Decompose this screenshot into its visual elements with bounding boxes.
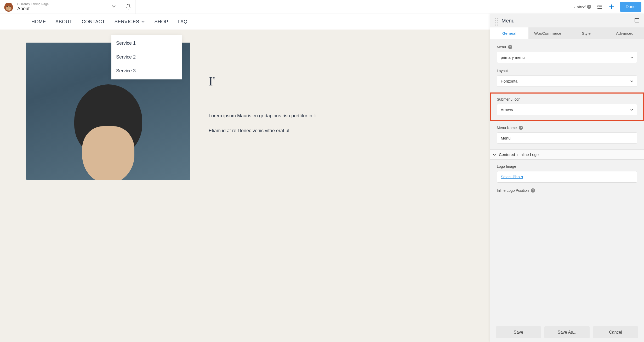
svg-point-1 bbox=[5, 3, 9, 6]
done-button[interactable]: Done bbox=[620, 2, 641, 12]
svg-rect-6 bbox=[8, 9, 8, 10]
chevron-down-icon bbox=[630, 80, 633, 83]
menu-field-label-text: Menu bbox=[497, 45, 506, 49]
top-right-actions: Edited ? Done bbox=[574, 2, 644, 12]
chevron-down-icon bbox=[112, 4, 116, 8]
nav-shop[interactable]: SHOP bbox=[154, 19, 168, 25]
drag-handle-icon[interactable] bbox=[495, 17, 498, 24]
logo-image-label: Logo Image bbox=[497, 164, 637, 169]
list-icon bbox=[596, 3, 603, 10]
page-info: Currently Editing Page About bbox=[17, 2, 110, 11]
svg-point-13 bbox=[497, 22, 498, 23]
submenu-service-3[interactable]: Service 3 bbox=[111, 64, 182, 78]
tab-general[interactable]: General bbox=[490, 27, 528, 39]
nav-contact[interactable]: CONTACT bbox=[82, 19, 105, 25]
add-button[interactable] bbox=[608, 3, 615, 10]
field-submenu-icon-highlighted: Submenu Icon Arrows bbox=[490, 92, 644, 121]
layout-select-value: Horizontal bbox=[501, 79, 518, 83]
help-icon[interactable]: ? bbox=[508, 45, 512, 49]
svg-point-14 bbox=[495, 25, 496, 26]
expand-panel-button[interactable] bbox=[635, 18, 639, 24]
svg-point-5 bbox=[9, 6, 10, 7]
settings-panel: Menu General WooCommerce Style Advanced … bbox=[490, 14, 644, 193]
field-menu-name: Menu Name ? bbox=[497, 126, 637, 144]
section-centered-inline-logo[interactable]: Centered + Inline Logo bbox=[490, 149, 644, 160]
field-layout: Layout Horizontal bbox=[497, 69, 637, 87]
tab-woocommerce[interactable]: WooCommerce bbox=[528, 27, 567, 39]
edited-text: Edited bbox=[574, 5, 585, 9]
page-title: About bbox=[17, 6, 110, 11]
layout-field-label: Layout bbox=[497, 69, 637, 73]
panel-tabs: General WooCommerce Style Advanced bbox=[490, 27, 644, 39]
menu-name-input[interactable] bbox=[497, 132, 637, 144]
help-icon[interactable]: ? bbox=[531, 188, 535, 193]
edited-status: Edited ? bbox=[574, 5, 591, 9]
submenu-service-1[interactable]: Service 1 bbox=[111, 36, 182, 50]
help-icon[interactable]: ? bbox=[519, 126, 523, 130]
nav-about[interactable]: ABOUT bbox=[55, 19, 72, 25]
svg-point-2 bbox=[9, 3, 12, 6]
tab-advanced[interactable]: Advanced bbox=[606, 27, 644, 39]
menu-name-label-text: Menu Name bbox=[497, 126, 517, 130]
menu-name-label: Menu Name ? bbox=[497, 126, 637, 130]
svg-point-10 bbox=[495, 20, 496, 21]
chevron-down-icon bbox=[493, 153, 496, 156]
plus-icon bbox=[608, 3, 615, 10]
svg-point-9 bbox=[497, 18, 498, 19]
nav-faq[interactable]: FAQ bbox=[178, 19, 187, 25]
window-icon bbox=[635, 18, 639, 22]
menu-field-label: Menu ? bbox=[497, 45, 637, 49]
panel-body: Menu ? primary menu Layout Horizontal Su… bbox=[490, 39, 644, 193]
services-submenu: Service 1 Service 2 Service 3 bbox=[111, 35, 182, 79]
layout-select[interactable]: Horizontal bbox=[497, 76, 637, 87]
logo-image-field: Select Photo bbox=[497, 171, 637, 183]
svg-point-8 bbox=[495, 18, 496, 19]
svg-point-15 bbox=[497, 25, 498, 26]
menu-select-value: primary menu bbox=[501, 55, 525, 60]
chevron-down-icon bbox=[630, 108, 633, 111]
panel-header: Menu bbox=[490, 14, 644, 27]
tab-style[interactable]: Style bbox=[567, 27, 606, 39]
nav-services[interactable]: SERVICES bbox=[115, 19, 145, 25]
field-logo-image: Logo Image Select Photo bbox=[497, 164, 637, 183]
svg-point-12 bbox=[495, 22, 496, 23]
notifications-wrapper bbox=[121, 0, 135, 14]
field-inline-logo-position: Inline Logo Position ? bbox=[497, 188, 637, 193]
submenu-icon-select[interactable]: Arrows bbox=[497, 104, 637, 115]
nav-home[interactable]: HOME bbox=[31, 19, 46, 25]
svg-point-4 bbox=[7, 6, 8, 7]
inline-logo-pos-label: Inline Logo Position ? bbox=[497, 188, 637, 193]
submenu-icon-value: Arrows bbox=[501, 107, 513, 112]
svg-point-11 bbox=[497, 20, 498, 21]
top-left-section: Currently Editing Page About bbox=[0, 0, 121, 14]
field-menu: Menu ? primary menu bbox=[497, 45, 637, 63]
svg-rect-7 bbox=[9, 9, 9, 10]
submenu-service-2[interactable]: Service 2 bbox=[111, 50, 182, 64]
svg-point-3 bbox=[6, 6, 12, 11]
svg-rect-17 bbox=[635, 18, 639, 19]
page-editing-label: Currently Editing Page bbox=[17, 2, 110, 6]
app-logo-icon bbox=[3, 1, 14, 12]
outline-button[interactable] bbox=[596, 3, 603, 10]
inline-logo-pos-label-text: Inline Logo Position bbox=[497, 188, 529, 193]
menu-select[interactable]: primary menu bbox=[497, 52, 637, 63]
panel-title: Menu bbox=[501, 18, 635, 24]
submenu-icon-label: Submenu Icon bbox=[497, 97, 637, 101]
section-label: Centered + Inline Logo bbox=[499, 152, 539, 157]
bell-icon[interactable] bbox=[125, 4, 132, 10]
chevron-down-icon bbox=[141, 20, 145, 24]
select-photo-link[interactable]: Select Photo bbox=[501, 175, 523, 179]
chevron-down-icon bbox=[630, 56, 633, 59]
help-icon[interactable]: ? bbox=[587, 5, 591, 9]
page-dropdown-toggle[interactable] bbox=[110, 2, 118, 11]
top-toolbar: Currently Editing Page About Edited ? Do… bbox=[0, 0, 644, 14]
nav-services-label: SERVICES bbox=[115, 19, 139, 25]
